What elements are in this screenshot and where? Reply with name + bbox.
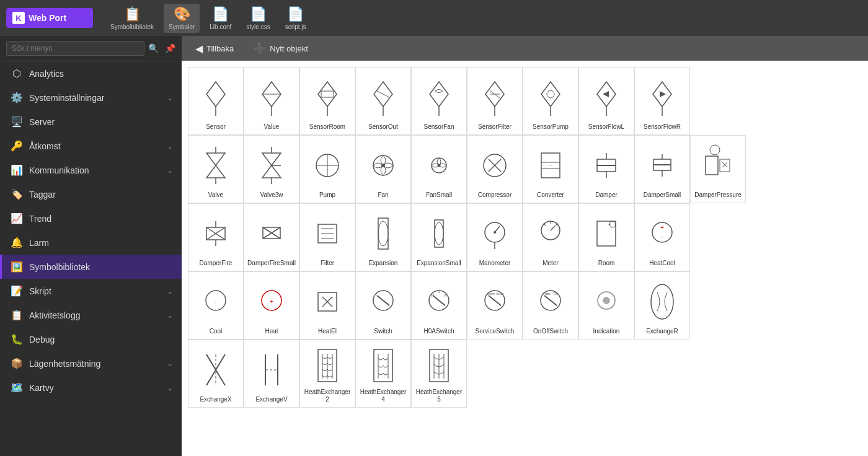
symbol-heathexchanger4[interactable]: HeathExchanger4	[355, 340, 411, 408]
symbol-heatel[interactable]: HeatEl	[299, 271, 355, 340]
symbol-damperpressure[interactable]: DamperPressure	[690, 135, 746, 203]
symbol-indication[interactable]: Indication	[578, 271, 634, 340]
sidebar-item-larm[interactable]: 🔔 Larm	[0, 230, 182, 255]
search-icon[interactable]: 🔍	[148, 43, 159, 53]
symbol-value[interactable]: Value	[244, 67, 299, 135]
symbol-room[interactable]: +-Room	[578, 203, 634, 271]
symbol-label-pump: Pump	[319, 191, 335, 199]
sidebar-item-lagenhetsmatning[interactable]: 📦 Lägenhetsmätning ⌄	[0, 351, 182, 375]
symbol-filter[interactable]: Filter	[299, 203, 355, 271]
svg-line-103	[377, 296, 389, 305]
add-object-button[interactable]: ➕ Nytt objekt	[249, 40, 312, 57]
symbol-compressor[interactable]: Compressor	[467, 135, 523, 203]
sidebar-item-symbolbibliotek[interactable]: 🖼️ Symbolbibliotek	[0, 255, 182, 279]
toolbar-file-style-css[interactable]: 📄style.css	[241, 4, 275, 33]
symbol-sensorfilter[interactable]: SensorFilter	[467, 67, 523, 135]
symbol-icon-expansion	[358, 208, 408, 260]
expand-icon: ⌄	[167, 166, 173, 175]
svg-point-119	[651, 284, 673, 319]
symbol-heathexchanger2[interactable]: HeathExchanger2	[299, 340, 355, 408]
symbol-dampersmall[interactable]: DamperSmall	[634, 135, 690, 203]
symbol-cool[interactable]: -Cool	[188, 271, 244, 340]
sidebar-items: ⬡ Analytics ⚙️ Systeminställningar ⌄ 🖥️ …	[0, 61, 182, 400]
symbol-label-sensorroom: SensorRoom	[309, 123, 345, 131]
symbol-sensorroom[interactable]: SensorRoom	[299, 67, 355, 135]
symbol-pump[interactable]: Pump	[299, 135, 355, 203]
symbol-exchanger[interactable]: ExchangeR	[634, 271, 690, 340]
symbol-valve3w[interactable]: Valve3w	[244, 135, 299, 203]
symbol-icon-dampersmall	[637, 139, 687, 191]
symbol-icon-cool: -	[191, 276, 241, 328]
symbol-damperfiresmall[interactable]: DamperFireSmall	[244, 203, 299, 271]
toolbar-file-script-js[interactable]: 📄script.js	[280, 4, 311, 33]
sidebar-item-aktivitetslogg[interactable]: 📋 Aktivitetslogg ⌄	[0, 303, 182, 327]
symbol-onoffswitch[interactable]: FrånTillOnOffSwitch	[523, 271, 578, 340]
toolbar-files: 📋Symbolbibliotek🎨Symboler📄Lib.conf📄style…	[105, 4, 311, 33]
svg-rect-87	[597, 221, 616, 246]
back-button[interactable]: ◀ Tillbaka	[190, 40, 239, 57]
symbol-label-expansionsmall: ExpansionSmall	[417, 260, 461, 267]
toolbar-file-lib-conf[interactable]: 📄Lib.conf	[205, 4, 236, 33]
symbol-heatcool[interactable]: +-HeatCool	[634, 203, 690, 271]
sidebar-item-server[interactable]: 🖥️ Server	[0, 110, 182, 134]
toolbar-file-symbolbibliotek[interactable]: 📋Symbolbibliotek	[105, 4, 159, 33]
symbol-label-dampersmall: DamperSmall	[644, 191, 681, 199]
symbol-label-sensorfilter: SensorFilter	[478, 123, 512, 131]
toolbar-file-symboler[interactable]: 🎨Symboler	[164, 4, 200, 33]
symbol-icon-switch	[358, 276, 408, 328]
symbol-exchangev[interactable]: ExchangeV	[244, 340, 299, 408]
symbol-converter[interactable]: ~Converter	[523, 135, 578, 203]
symbol-heathexchanger5[interactable]: HeathExchanger5	[411, 340, 467, 408]
sidebar-item-atkomst[interactable]: 🔑 Åtkomst ⌄	[0, 134, 182, 158]
sidebar-item-kartvy[interactable]: 🗺️ Kartvy ⌄	[0, 375, 182, 400]
symbol-fan[interactable]: Fan	[355, 135, 411, 203]
symbol-fansmall[interactable]: FanSmall	[411, 135, 467, 203]
sidebar-item-label: Larm	[29, 238, 173, 248]
symbol-meter[interactable]: Meter	[523, 203, 578, 271]
symbol-sensorflowr[interactable]: SensorFlowR	[634, 67, 690, 135]
symbol-label-damperfire: DamperFire	[200, 260, 232, 267]
symbol-sensor[interactable]: Sensor	[188, 67, 244, 135]
symbol-sensorflowl[interactable]: SensorFlowL	[578, 67, 634, 135]
symbol-label-exchangex: ExchangeX	[200, 396, 231, 403]
svg-line-114	[544, 296, 557, 305]
symbol-sensorfan[interactable]: SensorFan	[411, 67, 467, 135]
symbol-manometer[interactable]: Manometer	[467, 203, 523, 271]
symbol-damperfire[interactable]: DamperFire	[188, 203, 244, 271]
sidebar-item-systeminstallningar[interactable]: ⚙️ Systeminställningar ⌄	[0, 86, 182, 110]
sidebar-item-trend[interactable]: 📈 Trend	[0, 206, 182, 230]
svg-text:+: +	[270, 298, 273, 305]
symbol-expansionsmall[interactable]: ExpansionSmall	[411, 203, 467, 271]
symbol-serviceswitch[interactable]: ServAutoServiceSwitch	[467, 271, 523, 340]
symbol-sensorpump[interactable]: SensorPump	[523, 67, 578, 135]
sidebar-item-icon: 🖼️	[11, 261, 23, 273]
symbol-damper[interactable]: Damper	[578, 135, 634, 203]
symbol-sensorout[interactable]: SensorOut	[355, 67, 411, 135]
pin-icon[interactable]: 📌	[165, 43, 175, 53]
symbol-label-cool: Cool	[210, 328, 223, 335]
symbol-switch[interactable]: Switch	[355, 271, 411, 340]
sidebar-item-taggar[interactable]: 🏷️ Taggar	[0, 182, 182, 206]
svg-marker-11	[430, 82, 448, 107]
sidebar-item-icon: 📝	[11, 285, 23, 297]
sidebar-item-debug[interactable]: 🐛 Debug	[0, 327, 182, 351]
symbol-label-fansmall: FanSmall	[426, 191, 452, 199]
sidebar-item-kommunikation[interactable]: 📊 Kommunikation ⌄	[0, 158, 182, 182]
symbol-expansion[interactable]: Expansion	[355, 203, 411, 271]
sidebar-item-skript[interactable]: 📝 Skript ⌄	[0, 279, 182, 303]
symbol-valve[interactable]: Valve	[188, 135, 244, 203]
symbol-label-exchangev: ExchangeV	[255, 396, 287, 403]
svg-marker-27	[206, 165, 225, 178]
symbol-h0aswitch[interactable]: H0AH0ASwitch	[411, 271, 467, 340]
file-label: Lib.conf	[210, 24, 231, 30]
sidebar-item-analytics[interactable]: ⬡ Analytics	[0, 61, 182, 86]
symbol-exchangex[interactable]: ExchangeX	[188, 340, 244, 408]
symbol-label-value: Value	[264, 123, 280, 131]
symbol-heat[interactable]: +Heat	[244, 271, 299, 340]
svg-point-80	[494, 231, 496, 234]
symbol-label-indication: Indication	[593, 328, 620, 335]
svg-text:~: ~	[549, 162, 552, 168]
symbol-icon-heatcool: +-	[637, 208, 687, 260]
search-input[interactable]	[6, 41, 144, 56]
symbol-row-3: -Cool+HeatHeatElSwitchH0AH0ASwitchServAu…	[188, 271, 862, 340]
